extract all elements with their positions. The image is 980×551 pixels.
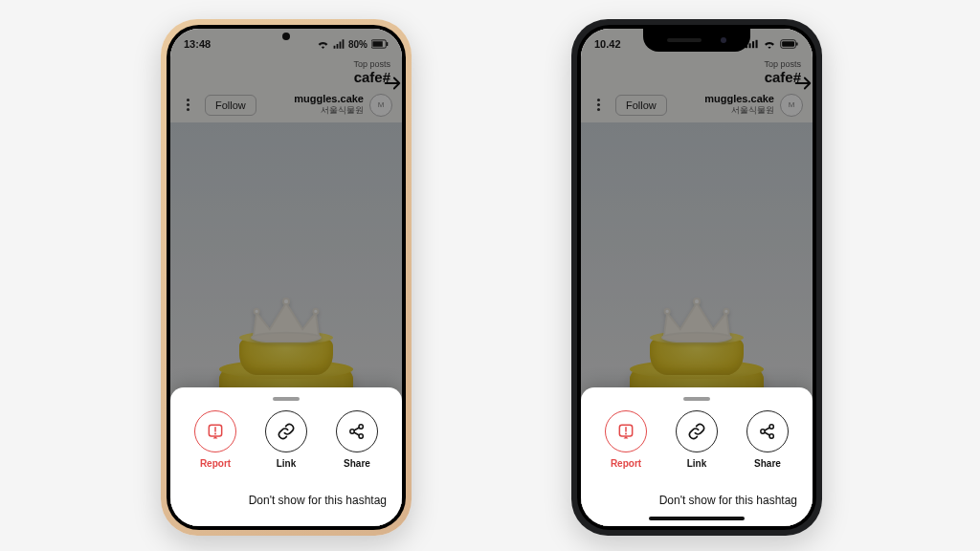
svg-point-29 [761, 430, 765, 433]
svg-point-9 [214, 433, 216, 435]
svg-point-11 [359, 425, 363, 429]
link-label: Link [277, 458, 297, 469]
report-label: Report [200, 458, 231, 469]
dont-show-row[interactable]: Don't show for this hashtag [170, 484, 402, 509]
svg-point-30 [769, 425, 773, 429]
app: 10.42 Top posts cafe# [581, 29, 813, 526]
svg-point-31 [769, 434, 773, 438]
link-action[interactable]: Link [662, 410, 731, 469]
home-indicator[interactable] [649, 517, 745, 520]
app: 13:48 80% Top posts cafe# [170, 29, 402, 526]
svg-point-28 [625, 433, 627, 435]
phone-iphone-frame: 10.42 Top posts cafe# [571, 19, 822, 536]
share-action[interactable]: Share [323, 410, 391, 469]
report-label: Report [611, 458, 641, 469]
stage: 13:48 80% Top posts cafe# [0, 0, 980, 551]
link-icon [676, 410, 718, 452]
link-action[interactable]: Link [252, 410, 321, 469]
svg-line-14 [354, 432, 359, 435]
report-action[interactable]: Report [181, 410, 250, 469]
sheet-actions: Report Link Share [581, 410, 813, 469]
svg-point-10 [350, 430, 354, 433]
sheet-grab-handle[interactable] [273, 397, 300, 401]
dont-show-row[interactable]: Don't show for this hashtag [581, 484, 813, 509]
svg-line-32 [765, 428, 769, 430]
link-label: Link [687, 458, 707, 469]
report-action[interactable]: Report [591, 410, 660, 469]
bottom-sheet: Report Link Share [581, 387, 813, 526]
camera-hole [282, 33, 290, 40]
iphone-notch [643, 29, 750, 52]
share-icon [336, 410, 378, 452]
svg-line-33 [765, 432, 769, 435]
svg-point-12 [359, 434, 363, 438]
share-label: Share [344, 458, 370, 469]
share-label: Share [754, 458, 781, 469]
sheet-grab-handle[interactable] [683, 397, 710, 401]
bottom-sheet: Report Link Share [170, 387, 402, 526]
report-icon [605, 410, 647, 452]
report-icon [194, 410, 236, 452]
phone-screen: 10.42 Top posts cafe# [581, 29, 813, 526]
svg-line-13 [354, 428, 359, 430]
share-action[interactable]: Share [733, 410, 802, 469]
share-icon [746, 410, 789, 452]
phone-screen: 13:48 80% Top posts cafe# [170, 29, 402, 526]
sheet-actions: Report Link Share [170, 410, 402, 469]
phone-android-frame: 13:48 80% Top posts cafe# [161, 19, 412, 536]
link-icon [265, 410, 307, 452]
